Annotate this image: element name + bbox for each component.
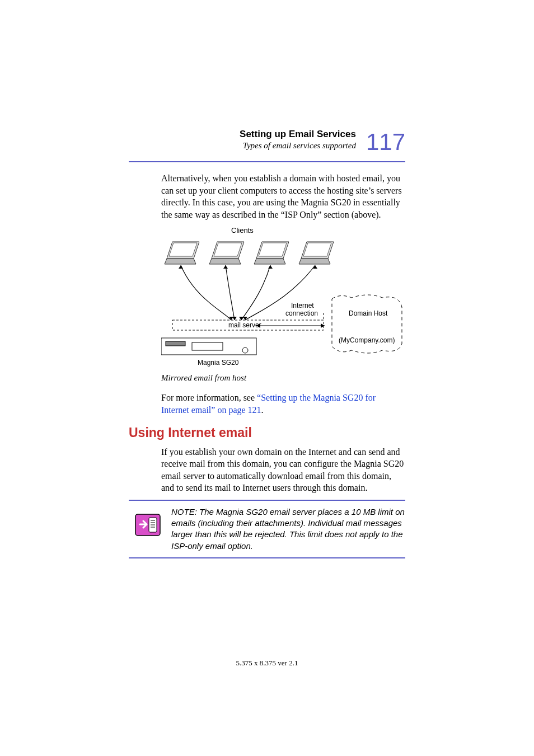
svg-rect-20 (161, 338, 256, 355)
note-divider-bottom (129, 557, 405, 558)
section-heading: Using Internet email (129, 425, 405, 440)
svg-marker-5 (214, 243, 242, 256)
paragraph-1: Alternatively, when you establish a doma… (161, 172, 405, 220)
chapter-title: Setting up Email Services (240, 129, 356, 140)
svg-marker-12 (179, 265, 183, 269)
page-header: Setting up Email Services Types of email… (129, 129, 405, 156)
label-domain-host: Domain Host (349, 309, 388, 317)
svg-marker-13 (223, 265, 228, 269)
svg-marker-17 (232, 317, 237, 320)
page-number: 117 (366, 129, 405, 156)
label-my-company: (MyCompany.com) (339, 336, 395, 344)
label-magnia: Magnia SG20 (198, 359, 239, 367)
magnia-device-icon (161, 338, 256, 355)
chapter-subtitle: Types of email services supported (240, 141, 356, 151)
header-divider (129, 161, 405, 162)
note-icon (134, 513, 161, 539)
svg-marker-25 (321, 323, 325, 328)
p2-pre: For more information, see (161, 393, 257, 402)
paragraph-2: For more information, see “Setting up th… (161, 392, 405, 416)
svg-marker-7 (254, 259, 285, 264)
label-mail-server: mail server (228, 321, 261, 329)
label-internet-1: Internet (291, 302, 314, 309)
paragraph-3: If you establish your own domain on the … (161, 446, 405, 494)
note-block: NOTE: The Magnia SG20 email server place… (134, 506, 405, 552)
domain-host-cloud (332, 295, 402, 353)
svg-marker-1 (165, 259, 196, 264)
note-text: NOTE: The Magnia SG20 email server place… (171, 506, 405, 552)
laptop-icon (165, 242, 334, 264)
p2-post: . (261, 405, 264, 415)
diagram-mirrored-email: Clients (161, 226, 405, 369)
svg-rect-21 (166, 341, 185, 346)
footer-text: 5.375 x 8.375 ver 2.1 (0, 659, 534, 668)
svg-marker-14 (268, 265, 273, 269)
svg-marker-18 (239, 317, 243, 320)
label-clients: Clients (231, 226, 254, 234)
svg-marker-11 (303, 243, 331, 256)
figure-caption: Mirrored email from host (161, 373, 405, 383)
svg-marker-19 (243, 317, 247, 320)
svg-marker-2 (169, 243, 197, 256)
svg-marker-8 (259, 243, 287, 256)
svg-marker-10 (299, 259, 330, 264)
note-divider-top (129, 500, 405, 501)
svg-marker-4 (209, 259, 241, 264)
label-internet-2: connection (285, 309, 318, 317)
